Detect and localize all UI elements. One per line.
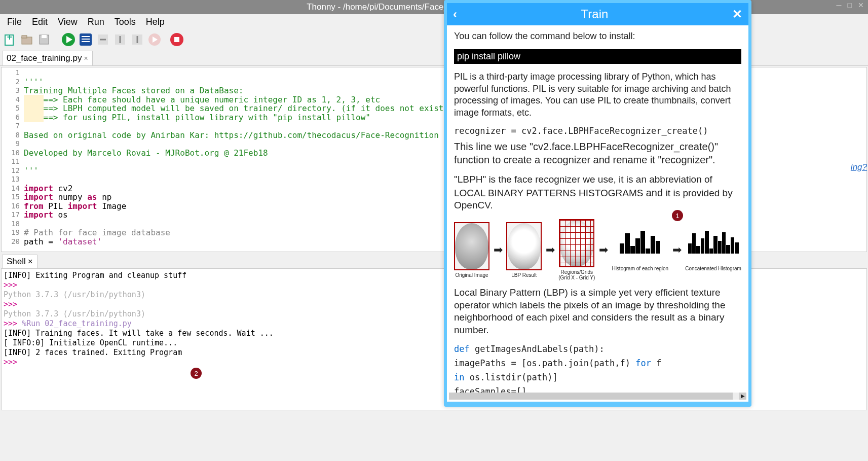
scroll-right-icon[interactable]: ▶ [739,393,746,400]
shell-close-icon[interactable]: × [28,257,33,267]
menu-view[interactable]: View [53,15,83,29]
help-pil-desc: PIL is a third-party image processing li… [454,71,741,119]
svg-rect-5 [42,35,47,38]
help-code-fn: def getImagesAndLabels(path): [454,344,741,354]
back-icon[interactable]: ‹ [453,7,457,21]
close-icon[interactable]: ✕ [856,1,866,9]
arrow-icon: ➡ [546,243,555,257]
help-title: Train [581,7,609,21]
svg-rect-3 [22,36,27,38]
maximize-icon[interactable]: □ [846,1,854,9]
help-header: ‹ Train ✕ [447,3,748,25]
help-panel: ‹ Train ✕ You can follow the command bel… [444,0,751,407]
help-h-scroll-thumb[interactable] [449,393,733,400]
arrow-icon: ➡ [494,243,503,257]
step-into-icon[interactable] [112,32,128,47]
menu-help[interactable]: Help [141,15,170,29]
help-lbph-desc: "LBPH" is the face recognizer we use, it… [454,173,741,212]
close-icon[interactable]: ✕ [732,7,742,21]
menu-tools[interactable]: Tools [109,15,141,29]
tab-shell[interactable]: Shell × [2,255,37,268]
tab-file[interactable]: 02_face_training.py × [2,51,93,65]
svg-rect-11 [82,41,90,42]
annotation-badge-1: 1 [672,210,683,221]
svg-rect-18 [174,37,179,42]
annotation-badge-2: 2 [191,368,202,379]
save-icon[interactable] [36,32,52,47]
svg-rect-9 [82,36,90,37]
arrow-icon: ➡ [672,243,682,257]
menu-edit[interactable]: Edit [27,15,53,29]
step-out-icon[interactable] [130,32,145,47]
menu-file[interactable]: File [2,15,27,29]
help-lbp-desc: Local Binary Pattern (LBP) is a simple y… [454,287,741,337]
step-over-icon[interactable] [95,32,110,47]
lbp-diagram: Original Image ➡ LBP Result ➡ Regions/Gr… [454,219,741,280]
tab-close-icon[interactable]: × [84,54,88,62]
new-file-icon[interactable]: + [2,32,17,47]
svg-text:+: + [7,33,13,42]
side-cut-link[interactable]: ing? [851,162,867,172]
tab-label: 02_face_training.py [7,53,82,63]
resume-icon[interactable] [147,32,162,47]
help-command: pip install pillow [454,49,741,64]
help-intro: You can follow the command below to inst… [454,30,741,42]
open-file-icon[interactable] [19,32,34,47]
debug-icon[interactable] [78,32,93,47]
help-h-scrollbar[interactable]: ▶ [449,393,746,400]
run-icon[interactable] [61,32,76,47]
line-gutter: 1234567891011121314151617181920 [2,67,22,252]
help-code-recognizer: recognizer = cv2.face.LBPHFaceRecognizer… [454,126,741,136]
menu-run[interactable]: Run [83,15,109,29]
arrow-icon: ➡ [599,243,608,257]
help-line-desc: This line we use "cv2.face.LBPHFaceRecog… [454,140,741,166]
stop-icon[interactable] [169,32,184,47]
minimize-icon[interactable]: ─ [835,1,844,9]
help-body[interactable]: You can follow the command below to inst… [447,25,748,402]
svg-rect-10 [82,39,90,40]
